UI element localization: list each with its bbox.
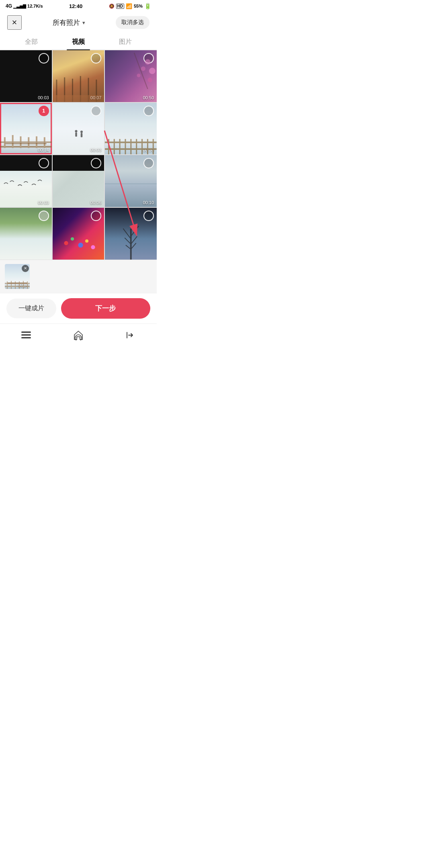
- tab-video[interactable]: 视频: [55, 34, 102, 49]
- svg-rect-28: [114, 139, 115, 155]
- select-circle-2[interactable]: [91, 53, 101, 63]
- svg-point-9: [149, 68, 156, 74]
- tab-bar: 全部 视频 图片: [0, 34, 157, 50]
- select-circle-6[interactable]: [143, 106, 154, 116]
- media-item-7[interactable]: 00:03: [0, 155, 52, 207]
- status-right: 🔕 HD 📶 55% 🔋: [109, 3, 151, 9]
- duration-5: 00:03: [90, 147, 102, 152]
- media-item-10[interactable]: [0, 208, 52, 260]
- svg-line-45: [131, 236, 137, 244]
- media-item-3[interactable]: 00:50: [105, 50, 157, 102]
- bottom-nav: [0, 323, 157, 348]
- nav-menu-button[interactable]: [19, 328, 33, 342]
- media-item-1[interactable]: 00:03: [0, 50, 52, 102]
- signal-label: 4G: [6, 3, 12, 9]
- select-circle-4[interactable]: 1: [39, 106, 49, 116]
- svg-line-47: [131, 243, 136, 249]
- svg-point-38: [78, 242, 83, 247]
- wifi-icon: 📶: [126, 3, 132, 9]
- media-item-6[interactable]: 00:30: [105, 103, 157, 155]
- speed-label: 12.7K/s: [27, 4, 43, 8]
- duration-7: 00:03: [38, 200, 49, 205]
- media-item-12[interactable]: [105, 208, 157, 260]
- svg-line-12: [134, 53, 148, 89]
- svg-point-23: [80, 131, 83, 133]
- svg-line-46: [126, 245, 131, 249]
- nav-home-button[interactable]: [71, 328, 86, 342]
- svg-rect-50: [5, 283, 30, 284]
- close-button[interactable]: ×: [7, 15, 22, 30]
- cancel-multiselect-button[interactable]: 取消多选: [116, 16, 149, 29]
- strip-item-1[interactable]: ✕ 00:14: [5, 264, 30, 289]
- signal-bars: ▁▃▅▇: [13, 4, 26, 8]
- svg-point-40: [91, 245, 95, 249]
- chevron-down-icon: ▾: [82, 20, 85, 26]
- svg-rect-35: [153, 139, 154, 155]
- svg-rect-53: [11, 281, 12, 289]
- svg-point-36: [64, 241, 68, 245]
- album-title: 所有照片: [53, 18, 80, 27]
- svg-rect-29: [119, 139, 121, 155]
- action-bar: 一键成片 下一步: [0, 293, 157, 323]
- svg-rect-30: [125, 139, 126, 155]
- select-circle-7[interactable]: [39, 158, 49, 168]
- media-item-8[interactable]: 00:06: [53, 155, 104, 207]
- svg-rect-27: [108, 139, 109, 155]
- media-grid-container: 00:03 00:07 00:50: [0, 50, 157, 260]
- svg-point-8: [141, 66, 145, 71]
- media-item-2[interactable]: 00:07: [53, 50, 104, 102]
- duration-1: 00:03: [38, 95, 49, 100]
- svg-point-39: [85, 239, 88, 242]
- tab-image[interactable]: 图片: [102, 34, 149, 49]
- svg-rect-34: [147, 139, 148, 155]
- battery-icon: 🔋: [144, 3, 151, 9]
- nav-title[interactable]: 所有照片 ▾: [53, 18, 85, 27]
- media-grid: 00:03 00:07 00:50: [0, 50, 157, 260]
- hd-badge: HD: [116, 4, 124, 9]
- select-circle-1[interactable]: [39, 53, 49, 63]
- svg-rect-24: [81, 133, 83, 137]
- svg-line-43: [131, 226, 139, 236]
- nav-back-button[interactable]: [123, 328, 138, 342]
- select-circle-11[interactable]: [91, 211, 101, 221]
- status-left: 4G ▁▃▅▇ 12.7K/s: [6, 3, 43, 9]
- svg-point-11: [147, 78, 152, 82]
- strip-remove-button-1[interactable]: ✕: [22, 265, 29, 272]
- duration-9: 00:10: [143, 200, 154, 205]
- svg-rect-57: [27, 281, 28, 289]
- svg-rect-54: [15, 281, 16, 289]
- svg-rect-31: [131, 139, 132, 155]
- media-item-4[interactable]: 1 00:14: [0, 103, 52, 155]
- status-bar: 4G ▁▃▅▇ 12.7K/s 12:40 🔕 HD 📶 55% 🔋: [0, 0, 157, 11]
- svg-rect-60: [21, 337, 31, 338]
- media-item-11[interactable]: [53, 208, 104, 260]
- svg-rect-51: [5, 286, 30, 287]
- select-circle-5[interactable]: [91, 106, 101, 116]
- tab-all[interactable]: 全部: [8, 34, 55, 49]
- svg-rect-20: [0, 141, 52, 143]
- selected-strip: ✕ 00:14: [0, 260, 157, 293]
- select-circle-9[interactable]: [143, 158, 154, 168]
- svg-rect-58: [21, 332, 31, 333]
- nav-header: × 所有照片 ▾ 取消多选: [0, 11, 157, 34]
- select-circle-10[interactable]: [39, 211, 49, 221]
- svg-line-44: [125, 238, 131, 244]
- svg-rect-52: [7, 281, 8, 289]
- svg-point-21: [75, 130, 78, 133]
- bell-muted-icon: 🔕: [109, 4, 115, 9]
- duration-8: 00:06: [90, 200, 102, 205]
- media-item-9[interactable]: 00:10: [105, 155, 157, 207]
- duration-3: 00:50: [143, 95, 154, 100]
- battery-label: 55%: [134, 4, 143, 8]
- next-step-button[interactable]: 下一步: [61, 298, 150, 319]
- svg-rect-6: [53, 95, 104, 102]
- media-item-5[interactable]: 00:03: [53, 103, 104, 155]
- svg-rect-32: [136, 139, 137, 155]
- auto-create-button[interactable]: 一键成片: [6, 299, 56, 318]
- svg-line-42: [123, 228, 131, 239]
- time-label: 12:40: [69, 3, 82, 9]
- svg-rect-33: [141, 139, 143, 155]
- select-circle-12[interactable]: [143, 211, 154, 221]
- svg-rect-22: [75, 133, 77, 137]
- svg-point-7: [145, 59, 151, 65]
